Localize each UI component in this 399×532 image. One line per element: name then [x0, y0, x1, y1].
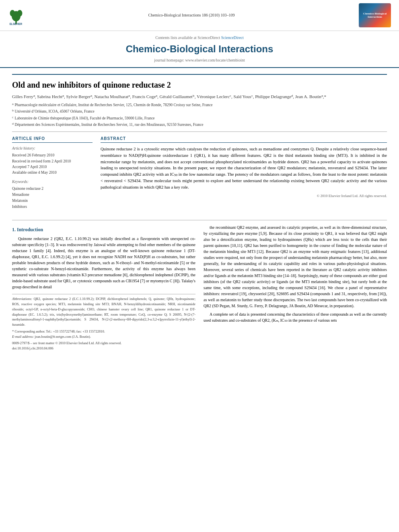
keyword-3: Melatonin — [12, 198, 93, 204]
issn-text: 0009-2797/$ – see front matter © 2010 El… — [12, 341, 121, 345]
divider-1 — [12, 131, 387, 132]
article-info-abstract-section: ARTICLE INFO Article history: Received 2… — [12, 136, 387, 214]
abbreviations-label: Abbreviations: — [12, 297, 32, 301]
corresponding-label: * Corresponding author. Tel.: +33 155722… — [12, 329, 105, 333]
keywords-label: Keywords: — [12, 179, 93, 185]
intro-heading: 1. Introduction — [12, 226, 195, 233]
authors: Gilles Ferryᵃ, Sabrina Hechtᵃ, Sylvie Be… — [12, 93, 387, 100]
article-info-label: ARTICLE INFO — [12, 136, 93, 143]
email-label: E-mail address: — [12, 335, 34, 339]
intro-para-right-2: A complete set of data is presented conc… — [204, 311, 387, 323]
body-divider — [12, 220, 387, 220]
copyright-line: © 2010 Elsevier Ireland Ltd. All rights … — [101, 193, 387, 199]
abbreviations-text: QR2, quinone reductase 2 (E.C.1.10.99.2)… — [12, 297, 195, 327]
article-title: Old and new inhibitors of quinone reduct… — [12, 74, 387, 90]
corresponding-block: * Corresponding author. Tel.: +33 155722… — [12, 329, 195, 334]
contents-line: Contents lists available at ScienceDirec… — [8, 35, 391, 41]
accepted-date: Accepted 7 April 2010 — [12, 164, 93, 170]
intro-para-left: Quinone reductase 2 (QR2, E.C. 1.10.99.2… — [12, 236, 195, 290]
svg-point-2 — [10, 10, 15, 16]
elsevier-logo: ELSEVIER — [8, 5, 24, 25]
body-left-col: 1. Introduction Quinone reductase 2 (QR2… — [12, 224, 195, 351]
svg-text:ELSEVIER: ELSEVIER — [10, 23, 23, 25]
journal-homepage: journal homepage: www.elsevier.com/locat… — [8, 58, 391, 63]
journal-ref: Chemico-Biological Interactions 186 (201… — [24, 12, 359, 18]
page: ELSEVIER Chemico-Biological Interactions… — [0, 0, 399, 532]
svg-point-3 — [17, 10, 23, 16]
article-info-col: ARTICLE INFO Article history: Received 2… — [12, 136, 93, 214]
keywords-list: Quinone reductase 2 Menadione Melatonin … — [12, 186, 93, 210]
affiliations: ᵃ Pharmacologie moléculaire et Cellulair… — [12, 102, 387, 127]
email-value: jean.boutin@fr.netgrs.com (J.A. Boutin). — [35, 335, 91, 339]
abbreviations-block: Abbreviations: QR2, quinone reductase 2 … — [12, 296, 195, 327]
email-block: E-mail address: jean.boutin@fr.netgrs.co… — [12, 334, 195, 339]
affiliation-c: ᶜ Laboratoire de Chimie thérapeutique (E… — [12, 115, 387, 121]
revised-date: Received in revised form 2 April 2010 — [12, 158, 93, 164]
affiliation-b: ᵇ Université d’Orléans, ICOA, 45067 Orlé… — [12, 109, 387, 114]
abstract-label: ABSTRACT — [101, 136, 387, 143]
doi-block: doi:10.1016/j.cbi.2010.04.006 — [12, 346, 195, 351]
abstract-text: Quinone reductase 2 is a cytosolic enzym… — [101, 146, 387, 190]
received-date: Received 26 February 2010 — [12, 152, 93, 158]
doi-text: doi:10.1016/j.cbi.2010.04.006 — [12, 346, 53, 350]
intro-para-right: the recombinant QR2 enzyme, and assessed… — [204, 224, 387, 309]
article-history-group: Article history: Received 26 February 20… — [12, 146, 93, 175]
abstract-col: ABSTRACT Quinone reductase 2 is a cytoso… — [101, 136, 387, 214]
body-right-col: the recombinant QR2 enzyme, and assessed… — [204, 224, 387, 351]
journal-header: ELSEVIER Chemico-Biological Interactions… — [0, 0, 399, 31]
keyword-1: Quinone reductase 2 — [12, 186, 93, 192]
journal-info-top: Chemico-Biological Interactions 186 (201… — [24, 12, 359, 18]
affiliation-d: ᵈ Département des Sciences Expérimentale… — [12, 122, 387, 127]
journal-name-banner: Chemico-Biological Interactions — [8, 42, 391, 56]
issn-block: 0009-2797/$ – see front matter © 2010 El… — [12, 341, 195, 346]
header-banner: Contents lists available at ScienceDirec… — [0, 31, 399, 68]
keyword-4: Inhibitors — [12, 204, 93, 210]
affiliation-a: ᵃ Pharmacologie moléculaire et Cellulair… — [12, 102, 387, 108]
keywords-group: Keywords: Quinone reductase 2 Menadione … — [12, 179, 93, 210]
logo-text: Chemico-Biological Interactions — [363, 12, 387, 19]
available-date: Available online 4 May 2010 — [12, 170, 93, 175]
body-section: 1. Introduction Quinone reductase 2 (QR2… — [12, 224, 387, 351]
history-label: Article history: — [12, 146, 93, 151]
elsevier-tree-icon: ELSEVIER — [8, 5, 24, 25]
main-content: Old and new inhibitors of quinone reduct… — [0, 68, 399, 357]
footnote-area: Abbreviations: QR2, quinone reductase 2 … — [12, 294, 195, 351]
journal-logo-right: Chemico-Biological Interactions — [359, 3, 391, 27]
keyword-2: Menadione — [12, 192, 93, 198]
